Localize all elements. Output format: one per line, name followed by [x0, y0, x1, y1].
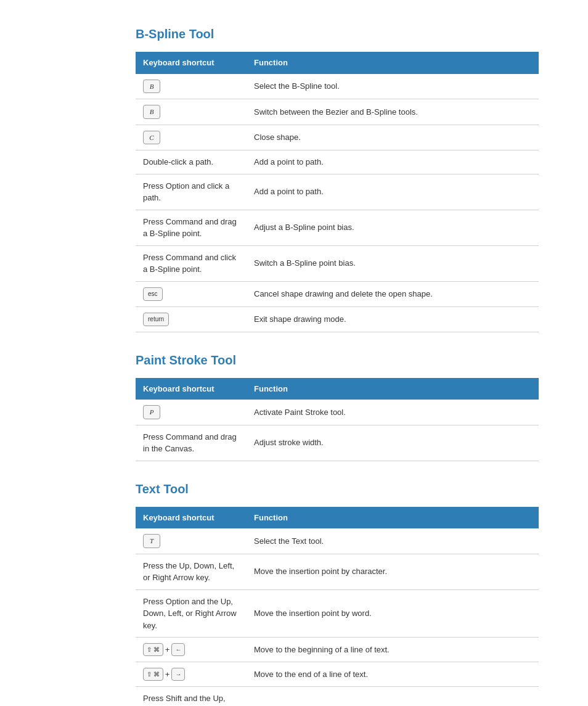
bspline-col2-header: Function	[247, 52, 539, 74]
shift-key: ⇧ ⌘	[143, 643, 163, 656]
key-cell-text: Press Option and the Up, Down, Left, or …	[136, 589, 247, 638]
key-cell-text: Press Option and click a path.	[136, 174, 247, 210]
table-row: Press the Up, Down, Left, or Right Arrow…	[136, 554, 539, 589]
key-box: P	[143, 405, 160, 419]
key-cell: ⇧ ⌘ + ←	[136, 638, 247, 662]
function-cell: Adjust stroke width.	[247, 425, 539, 461]
table-row: escCancel shape drawing and delete the o…	[136, 281, 539, 306]
plus-sign: +	[165, 668, 170, 681]
key-cell: T	[136, 528, 247, 554]
table-row: BSelect the B-Spline tool.	[136, 74, 539, 99]
key-combo-left: ⇧ ⌘ + ←	[143, 643, 185, 656]
key-cell-text: Press Command and drag in the Canvas.	[136, 425, 247, 461]
table-row: Press Command and click a B-Spline point…	[136, 245, 539, 281]
key-cell: B	[136, 74, 247, 99]
bspline-col1-header: Keyboard shortcut	[136, 52, 247, 74]
function-cell: Add a point to path.	[247, 174, 539, 210]
shift-cmd-key: ⇧ ⌘	[143, 668, 163, 681]
table-row: Press Shift and the Up, Down, Left, or R…	[136, 687, 539, 707]
table-row: TSelect the Text tool.	[136, 528, 539, 554]
table-row: ⇧ ⌘ + ← Move to the beginning of a line …	[136, 638, 539, 662]
function-cell: Switch a B-Spline point bias.	[247, 245, 539, 281]
key-cell: P	[136, 400, 247, 425]
plus-sign: +	[165, 644, 170, 656]
right-arrow-key: →	[171, 668, 185, 681]
table-row: Press Option and the Up, Down, Left, or …	[136, 589, 539, 638]
key-cell-text: Press the Up, Down, Left, or Right Arrow…	[136, 554, 247, 589]
function-cell: Select the B-Spline tool.	[247, 74, 539, 99]
table-row: returnExit shape drawing mode.	[136, 306, 539, 332]
function-cell: Cancel shape drawing and delete the open…	[247, 281, 539, 306]
function-cell: Adjust a B-Spline point bias.	[247, 210, 539, 245]
table-row: Double-click a path.Add a point to path.	[136, 150, 539, 174]
paint-stroke-table: Keyboard shortcut Function PActivate Pai…	[136, 378, 539, 461]
key-cell: ⇧ ⌘ + →	[136, 662, 247, 687]
function-cell: Exit shape drawing mode.	[247, 306, 539, 332]
key-cell-text: Press Command and drag a B-Spline point.	[136, 210, 247, 245]
table-row: Press Command and drag a B-Spline point.…	[136, 210, 539, 245]
paint-col1-header: Keyboard shortcut	[136, 378, 247, 400]
key-box: C	[143, 131, 160, 145]
key-cell-text: Press Command and click a B-Spline point…	[136, 245, 247, 281]
key-cell-text: Press Shift and the Up, Down, Left, or R…	[136, 687, 247, 707]
paint-col2-header: Function	[247, 378, 539, 400]
page: B-Spline Tool Keyboard shortcut Function…	[0, 0, 588, 706]
key-box-small: return	[143, 313, 169, 326]
table-row: Press Command and drag in the Canvas.Adj…	[136, 425, 539, 461]
key-box: B	[143, 105, 160, 119]
key-cell: B	[136, 99, 247, 125]
key-box: T	[143, 534, 160, 548]
table-row: ⇧ ⌘ + → Move to the end of a line of tex…	[136, 662, 539, 687]
bspline-title: B-Spline Tool	[136, 25, 539, 43]
function-cell: Select one or more characters from the i…	[247, 687, 539, 707]
function-cell: Close shape.	[247, 125, 539, 150]
table-row: PActivate Paint Stroke tool.	[136, 400, 539, 425]
function-cell: Move the insertion point by word.	[247, 589, 539, 638]
function-cell: Move the insertion point by character.	[247, 554, 539, 589]
text-tool-title: Text Tool	[136, 480, 539, 498]
left-arrow-key: ←	[171, 643, 185, 656]
function-cell: Activate Paint Stroke tool.	[247, 400, 539, 425]
table-row: Press Option and click a path.Add a poin…	[136, 174, 539, 210]
function-cell: Add a point to path.	[247, 150, 539, 174]
function-cell: Switch between the Bezier and B-Spline t…	[247, 99, 539, 125]
function-cell: Move to the end of a line of text.	[247, 662, 539, 687]
key-box: B	[143, 80, 160, 94]
function-cell: Move to the beginning of a line of text.	[247, 638, 539, 662]
key-cell: esc	[136, 281, 247, 306]
table-row: BSwitch between the Bezier and B-Spline …	[136, 99, 539, 125]
key-cell-text: Double-click a path.	[136, 150, 247, 174]
function-cell: Select the Text tool.	[247, 528, 539, 554]
key-box-small: esc	[143, 287, 163, 301]
table-row: CClose shape.	[136, 125, 539, 150]
text-col2-header: Function	[247, 507, 539, 529]
key-cell: return	[136, 306, 247, 332]
text-col1-header: Keyboard shortcut	[136, 507, 247, 529]
text-tool-table: Keyboard shortcut Function TSelect the T…	[136, 507, 539, 707]
key-cell: C	[136, 125, 247, 150]
bspline-table: Keyboard shortcut Function BSelect the B…	[136, 52, 539, 332]
paint-stroke-title: Paint Stroke Tool	[136, 351, 539, 369]
key-combo-right: ⇧ ⌘ + →	[143, 668, 185, 681]
